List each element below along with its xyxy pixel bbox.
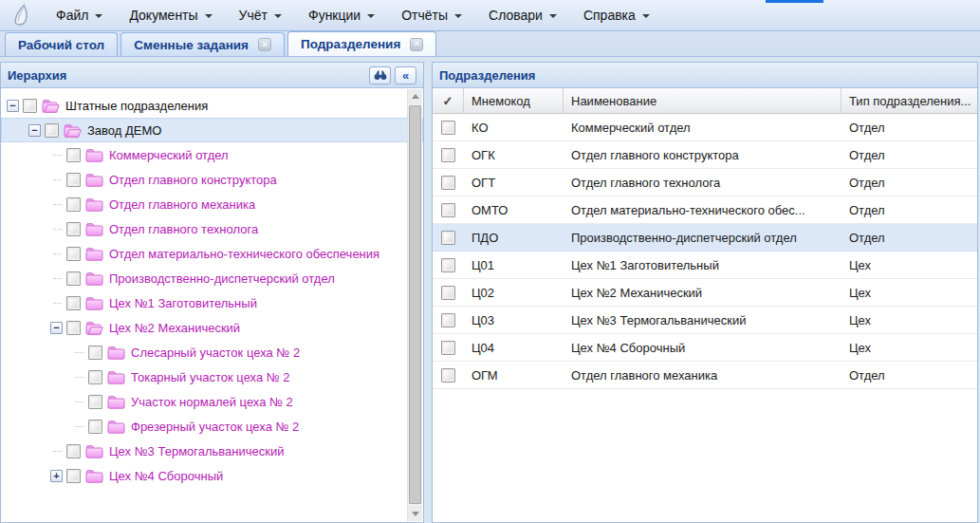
tree-expander[interactable]: − [28, 124, 41, 137]
row-checkbox[interactable] [441, 231, 455, 245]
tree-item-label[interactable]: Отдел главного технолога [109, 222, 258, 236]
tree-item-label[interactable]: Фрезерный участок цеха № 2 [131, 420, 299, 434]
tree-item-label[interactable]: Отдел главного конструктора [109, 173, 277, 187]
collapse-panel-button[interactable]: « [395, 66, 416, 84]
tab-bar: Рабочий стол Сменные задания ✕ Подраздел… [0, 31, 980, 57]
tree-item-label[interactable]: Коммерческий отдел [109, 148, 229, 162]
tree-item-label[interactable]: Цех №2 Механический [109, 321, 240, 335]
tree-item[interactable]: Цех №3 Термогальванический [1, 439, 423, 463]
tree-item[interactable]: Токарный участок цеха № 2 [1, 364, 423, 389]
column-header[interactable]: Наименование [564, 88, 841, 113]
tree-checkbox[interactable] [66, 222, 81, 236]
close-icon[interactable]: ✕ [258, 38, 271, 51]
row-checkbox[interactable] [441, 176, 455, 190]
tree-item[interactable]: − Цех №2 Механический [1, 315, 423, 340]
tree-checkbox[interactable] [66, 444, 81, 458]
row-checkbox[interactable] [441, 258, 455, 272]
search-button[interactable] [369, 66, 391, 84]
tree-checkbox[interactable] [66, 197, 81, 212]
tree-checkbox[interactable] [45, 123, 59, 138]
tree-item-label[interactable]: Токарный участок цеха № 2 [131, 370, 290, 384]
table-row[interactable]: Ц03 Цех №3 Термогальванический Цех [433, 307, 977, 334]
menu-item[interactable]: Функции [295, 0, 388, 30]
tree-scrollbar[interactable] [407, 89, 422, 521]
tree-expander[interactable]: − [50, 322, 63, 334]
tree-item-label[interactable]: Производственно-диспетчерский отдел [109, 271, 335, 286]
tree-item-label[interactable]: Завод ДЕМО [87, 123, 161, 138]
tree-item[interactable]: Слесарный участок цеха № 2 [1, 340, 423, 364]
tree-checkbox[interactable] [66, 321, 81, 335]
tree-item[interactable]: Фрезерный участок цеха № 2 [1, 414, 423, 439]
tree-checkbox[interactable] [88, 346, 102, 360]
scrollbar-thumb[interactable] [409, 105, 421, 504]
table-row[interactable]: ОГТ Отдел главного технолога Отдел [433, 169, 977, 196]
scrollbar-up-arrow[interactable] [408, 89, 422, 104]
tree-checkbox[interactable] [88, 420, 102, 434]
tree-item-label[interactable]: Цех №3 Термогальванический [109, 444, 285, 458]
tree-item[interactable]: Отдел главного конструктора [1, 167, 423, 192]
menu-item[interactable]: Словари [475, 0, 570, 30]
menu-item-label: Функции [308, 8, 361, 23]
cell-name: Производственно-диспетчерский отдел [564, 224, 841, 251]
column-header[interactable]: Мнемокод [464, 88, 564, 113]
tree-item-label[interactable]: Цех №1 Заготовительный [109, 296, 257, 310]
tree-item[interactable]: Коммерческий отдел [1, 142, 423, 167]
menu-item[interactable]: Справка [570, 0, 663, 30]
tab[interactable]: Рабочий стол [5, 32, 118, 56]
tree-item-label[interactable]: Штатные подразделения [65, 99, 208, 113]
table-row[interactable]: ПДО Производственно-диспетчерский отдел … [433, 224, 977, 252]
tree-item[interactable]: Отдел главного технолога [1, 216, 423, 241]
tree-connector [72, 371, 84, 383]
menu-item[interactable]: Отчёты [388, 0, 475, 30]
tree-checkbox[interactable] [66, 173, 81, 187]
column-header[interactable]: Тип подразделения... [841, 88, 977, 113]
menu-item[interactable]: Файл [43, 0, 116, 30]
tree-item[interactable]: Цех №1 Заготовительный [1, 290, 423, 315]
tree-item[interactable]: Участок нормалей цеха № 2 [1, 389, 423, 414]
column-header-check[interactable]: ✓ [433, 88, 464, 113]
tree-item[interactable]: Отдел материально-технического обеспечен… [1, 241, 423, 266]
tree-item-label[interactable]: Отдел главного механика [109, 197, 255, 212]
tab[interactable]: Подразделения ✕ [287, 31, 436, 56]
tree-item-label[interactable]: Цех №4 Сборочный [109, 469, 223, 483]
tree-connector [72, 346, 84, 359]
row-checkbox[interactable] [441, 341, 455, 355]
row-checkbox[interactable] [441, 203, 455, 217]
tree-checkbox[interactable] [66, 247, 81, 261]
tree-item-label[interactable]: Участок нормалей цеха № 2 [131, 395, 293, 409]
tree-expander[interactable]: − [7, 100, 19, 112]
row-checkbox[interactable] [441, 286, 455, 300]
row-checkbox[interactable] [441, 313, 455, 327]
scrollbar-down-arrow[interactable] [408, 506, 422, 521]
tree-item[interactable]: Отдел главного механика [1, 192, 423, 216]
tree-checkbox[interactable] [66, 469, 81, 483]
tree-checkbox[interactable] [66, 148, 81, 162]
tree-checkbox[interactable] [23, 99, 37, 113]
tree-item-label[interactable]: Слесарный участок цеха № 2 [131, 346, 300, 360]
menu-item[interactable]: Учёт [226, 0, 295, 30]
table-row[interactable]: Ц04 Цех №4 Сборочный Цех [433, 334, 977, 362]
tree-item-label[interactable]: Отдел материально-технического обеспечен… [109, 247, 379, 261]
tree-checkbox[interactable] [88, 370, 102, 384]
tree-checkbox[interactable] [66, 296, 81, 310]
row-checkbox[interactable] [441, 121, 455, 135]
tree-expander[interactable]: + [50, 470, 63, 482]
table-row[interactable]: Ц01 Цех №1 Заготовительный Цех [433, 252, 977, 279]
tree-checkbox[interactable] [88, 395, 102, 409]
folder-closed-icon [107, 346, 125, 360]
menu-item[interactable]: Документы [116, 0, 225, 30]
tree-item[interactable]: + Цех №4 Сборочный [1, 463, 423, 488]
table-row[interactable]: ОГМ Отдел главного механика Отдел [433, 362, 977, 389]
table-row[interactable]: ОМТО Отдел материально-технического обес… [433, 196, 977, 224]
table-row[interactable]: ОГК Отдел главного конструктора Отдел [433, 141, 977, 169]
tab[interactable]: Сменные задания ✕ [120, 32, 285, 56]
tree-item[interactable]: − Завод ДЕМО [1, 118, 423, 142]
close-icon[interactable]: ✕ [410, 38, 423, 51]
table-row[interactable]: Ц02 Цех №2 Механический Цех [433, 279, 977, 307]
tree-item[interactable]: − Штатные подразделения [1, 93, 423, 118]
tree-item[interactable]: Производственно-диспетчерский отдел [1, 266, 423, 290]
table-row[interactable]: КО Коммерческий отдел Отдел [433, 114, 977, 141]
row-checkbox[interactable] [441, 368, 455, 383]
row-checkbox[interactable] [441, 148, 455, 162]
tree-checkbox[interactable] [66, 271, 81, 286]
